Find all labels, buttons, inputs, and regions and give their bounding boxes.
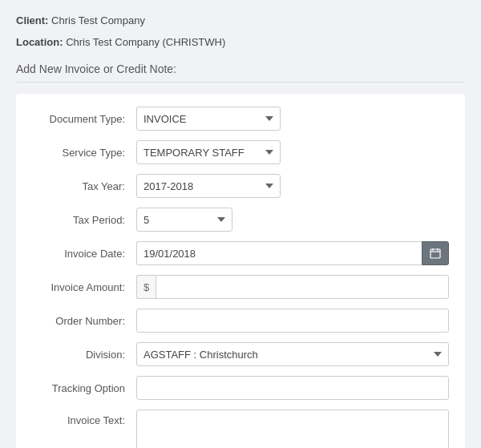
document-type-row: Document Type: INVOICE CREDIT NOTE [32, 107, 449, 131]
service-type-select[interactable]: TEMPORARY STAFF PERMANENT STAFF [136, 140, 281, 164]
invoice-date-row: Invoice Date: [32, 241, 449, 265]
invoice-amount-wrapper: $ [136, 275, 449, 299]
division-select[interactable]: AGSTAFF : Christchurch AGSTAFF : Aucklan… [136, 342, 449, 366]
form-container: Document Type: INVOICE CREDIT NOTE Servi… [16, 94, 465, 448]
tracking-option-label: Tracking Option [32, 382, 136, 394]
division-row: Division: AGSTAFF : Christchurch AGSTAFF… [32, 342, 449, 366]
tax-period-row: Tax Period: 1234 5678 9101112 [32, 208, 449, 232]
location-value: Chris Test Company (CHRISTWH) [66, 36, 225, 48]
client-label: Client: [16, 14, 48, 26]
invoice-date-wrapper [136, 241, 449, 265]
section-title: Add New Invoice or Credit Note: [16, 63, 465, 83]
tax-period-select[interactable]: 1234 5678 9101112 [136, 208, 232, 232]
order-number-row: Order Number: [32, 309, 449, 333]
invoice-amount-input[interactable] [156, 275, 449, 299]
tax-year-row: Tax Year: 2017-2018 2018-2019 [32, 174, 449, 198]
location-info: Location: Chris Test Company (CHRISTWH) [16, 36, 465, 48]
document-type-label: Document Type: [32, 113, 136, 125]
invoice-date-input[interactable] [136, 241, 422, 265]
invoice-text-row: Invoice Text: [32, 410, 449, 448]
client-info: Client: Chris Test Company [16, 14, 465, 26]
tax-year-select[interactable]: 2017-2018 2018-2019 [136, 174, 281, 198]
tax-year-label: Tax Year: [32, 180, 136, 192]
svg-rect-0 [430, 249, 440, 258]
tracking-option-row: Tracking Option [32, 376, 449, 400]
currency-prefix: $ [136, 275, 156, 299]
tracking-option-input[interactable] [136, 376, 449, 400]
service-type-label: Service Type: [32, 147, 136, 159]
location-label: Location: [16, 36, 63, 48]
invoice-text-input[interactable] [136, 410, 449, 448]
document-type-select[interactable]: INVOICE CREDIT NOTE [136, 107, 281, 131]
division-label: Division: [32, 349, 136, 361]
tax-period-label: Tax Period: [32, 214, 136, 226]
order-number-label: Order Number: [32, 315, 136, 327]
order-number-input[interactable] [136, 309, 449, 333]
client-name: Chris Test Company [51, 14, 145, 26]
service-type-row: Service Type: TEMPORARY STAFF PERMANENT … [32, 140, 449, 164]
invoice-amount-label: Invoice Amount: [32, 281, 136, 293]
invoice-amount-row: Invoice Amount: $ [32, 275, 449, 299]
calendar-icon[interactable] [422, 241, 449, 265]
invoice-date-label: Invoice Date: [32, 248, 136, 260]
invoice-text-label: Invoice Text: [32, 410, 136, 426]
